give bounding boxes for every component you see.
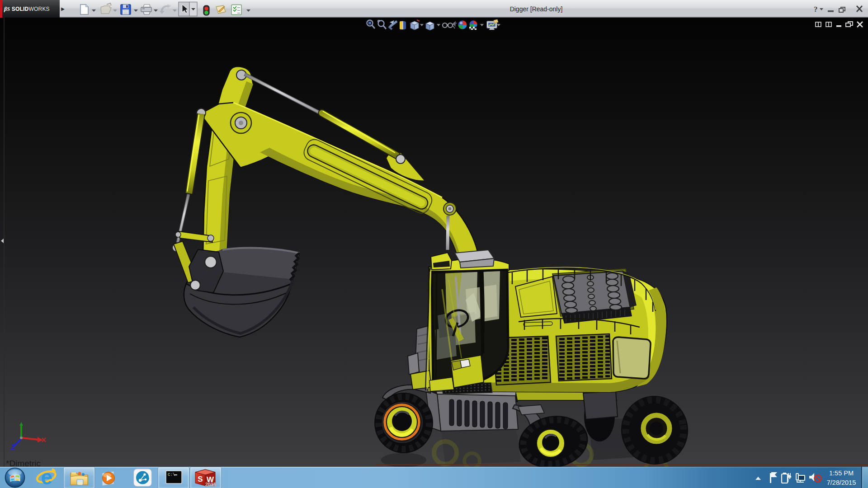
svg-text:C:\: C:\	[168, 473, 175, 477]
svg-text:1:55 PM: 1:55 PM	[829, 469, 854, 477]
svg-text:7/28/2015: 7/28/2015	[827, 479, 856, 486]
svg-text:?: ?	[814, 5, 818, 14]
svg-text:e: e	[41, 467, 52, 488]
svg-text:S: S	[198, 475, 203, 483]
svg-text:2015: 2015	[205, 482, 216, 487]
